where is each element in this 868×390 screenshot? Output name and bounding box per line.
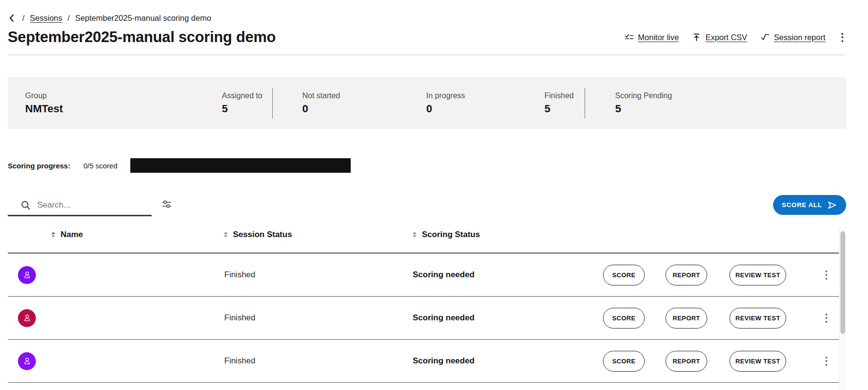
send-icon [827, 200, 837, 210]
table-toolbar: SCORE ALL [8, 195, 846, 216]
session-detail-page: / Sessions / September2025-manual scorin… [0, 12, 868, 383]
table-row: Finished Scoring needed SCORE REPORT REV… [8, 340, 846, 383]
header-more-menu[interactable] [838, 31, 846, 44]
session-report-link[interactable]: Session report [760, 32, 825, 42]
review-test-button[interactable]: REVIEW TEST [729, 265, 786, 285]
stat-scoring-pending: Scoring Pending 5 [615, 91, 672, 115]
sort-icon[interactable] [224, 232, 228, 238]
back-button[interactable] [8, 14, 16, 23]
session-report-label: Session report [774, 33, 825, 42]
person-icon [22, 270, 32, 280]
search-icon [20, 200, 31, 210]
row-more-menu[interactable] [822, 269, 830, 282]
sort-icon[interactable] [413, 232, 417, 238]
stat-in-progress-value: 0 [426, 103, 544, 115]
table-scrollbar-track[interactable] [839, 227, 846, 390]
session-status-cell: Finished [216, 270, 405, 280]
breadcrumb-current: September2025-manual scoring demo [75, 14, 211, 23]
stat-assigned-value: 5 [222, 103, 272, 115]
export-csv-link[interactable]: Export CSV [692, 32, 747, 42]
stat-group-value: NMTest [25, 103, 222, 115]
stat-not-started-label: Not started [302, 91, 426, 100]
column-header-name-label: Name [61, 230, 83, 240]
score-all-button[interactable]: SCORE ALL [773, 195, 846, 215]
tune-filter-icon [161, 199, 172, 210]
row-more-menu[interactable] [822, 312, 830, 325]
avatar[interactable] [18, 352, 36, 370]
column-header-session-status[interactable]: Session Status [216, 230, 405, 240]
scoring-status-cell: Scoring needed [405, 356, 599, 366]
stats-divider [272, 88, 273, 119]
stat-finished-value: 5 [544, 103, 585, 115]
stat-in-progress: In progress 0 [426, 91, 544, 115]
chevron-left-icon [8, 14, 16, 23]
title-row: September2025-manual scoring demo Monito… [8, 29, 846, 46]
name-cell [8, 266, 216, 284]
person-icon [22, 356, 32, 366]
filter-button[interactable] [161, 199, 172, 210]
row-more-menu[interactable] [822, 355, 830, 368]
report-button[interactable]: REPORT [666, 351, 707, 372]
avatar[interactable] [18, 309, 36, 327]
candidates-table: Name Session Status Scoring Status [8, 216, 846, 383]
stat-finished: Finished 5 [544, 91, 585, 115]
search-input[interactable] [37, 200, 134, 210]
scoring-progress-label: Scoring progress: [8, 162, 70, 170]
name-cell [8, 309, 216, 327]
row-actions: SCORE REPORT REVIEW TEST [599, 351, 846, 372]
score-button[interactable]: SCORE [603, 265, 645, 285]
table-scrollbar-thumb[interactable] [840, 231, 845, 334]
report-button[interactable]: REPORT [666, 308, 707, 329]
stat-group-label: Group [25, 91, 222, 100]
score-all-label: SCORE ALL [782, 201, 822, 209]
scoring-status-cell: Scoring needed [405, 270, 599, 280]
page-title: September2025-manual scoring demo [8, 29, 276, 46]
monitor-live-link[interactable]: Monitor live [624, 32, 679, 42]
session-status-cell: Finished [216, 313, 405, 323]
row-actions: SCORE REPORT REVIEW TEST [599, 265, 846, 285]
row-actions: SCORE REPORT REVIEW TEST [599, 308, 846, 329]
session-status-cell: Finished [216, 356, 405, 366]
export-csv-label: Export CSV [705, 33, 747, 42]
score-button[interactable]: SCORE [603, 351, 645, 372]
column-header-session-status-label: Session Status [233, 230, 292, 240]
avatar[interactable] [18, 266, 36, 284]
search-field[interactable] [8, 195, 152, 216]
column-header-name[interactable]: Name [8, 230, 216, 240]
name-cell [8, 352, 216, 370]
stat-not-started: Not started 0 [302, 91, 426, 115]
stat-scoring-pending-label: Scoring Pending [615, 91, 672, 100]
monitor-live-icon [624, 32, 634, 42]
scoring-progress-row: Scoring progress: 0/5 scored [8, 158, 846, 173]
monitor-live-label: Monitor live [638, 33, 679, 42]
session-stats-bar: Group NMTest Assigned to 5 Not started 0… [8, 77, 846, 129]
breadcrumb: / Sessions / September2025-manual scorin… [8, 12, 846, 24]
stat-group: Group NMTest [25, 91, 222, 115]
table-row: Finished Scoring needed SCORE REPORT REV… [8, 297, 846, 340]
table-row: Finished Scoring needed SCORE REPORT REV… [8, 254, 846, 297]
scoring-progress-bar [130, 158, 351, 173]
stat-assigned-label: Assigned to [222, 91, 272, 100]
review-test-button[interactable]: REVIEW TEST [729, 351, 786, 372]
stat-assigned-to: Assigned to 5 [222, 91, 272, 115]
sort-icon[interactable] [51, 232, 55, 238]
breadcrumb-separator: / [68, 14, 70, 23]
header-divider [8, 55, 846, 55]
upload-icon [692, 32, 701, 42]
stats-divider [585, 88, 585, 119]
scoring-progress-status: 0/5 scored [83, 162, 117, 170]
breadcrumb-separator: / [22, 14, 25, 23]
stat-scoring-pending-value: 5 [615, 103, 672, 115]
header-actions: Monitor live Export CSV Session report [624, 31, 846, 44]
report-check-icon [760, 32, 770, 42]
table-header-row: Name Session Status Scoring Status [8, 216, 846, 254]
stat-not-started-value: 0 [302, 103, 426, 115]
stat-finished-label: Finished [544, 91, 585, 100]
column-header-scoring-status-label: Scoring Status [422, 230, 480, 240]
score-button[interactable]: SCORE [603, 308, 645, 329]
breadcrumb-sessions-link[interactable]: Sessions [30, 14, 62, 23]
column-header-scoring-status[interactable]: Scoring Status [405, 230, 599, 240]
review-test-button[interactable]: REVIEW TEST [729, 308, 786, 329]
stat-in-progress-label: In progress [426, 91, 544, 100]
report-button[interactable]: REPORT [666, 265, 707, 285]
